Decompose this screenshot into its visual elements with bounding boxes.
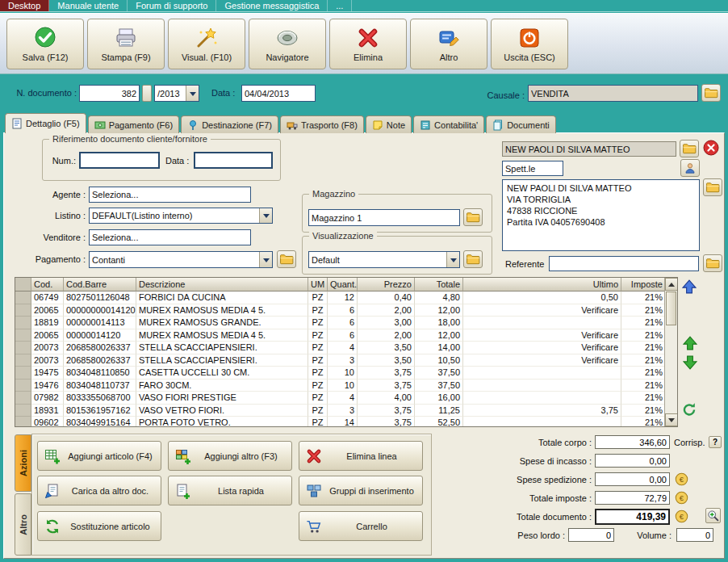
vertical-tab-azioni[interactable]: Azioni — [15, 434, 31, 492]
row-selector[interactable] — [15, 417, 31, 427]
column-header-cod[interactable]: Cod. — [31, 278, 64, 291]
table-row[interactable]: 194768034048110737FARO 30CM.PZ103,7537,5… — [15, 380, 666, 392]
scroll-down-button[interactable] — [665, 413, 678, 426]
referente-input[interactable] — [549, 256, 699, 271]
row-selector[interactable] — [15, 392, 31, 405]
cliente-folder-button[interactable] — [680, 140, 699, 157]
agente-input[interactable] — [89, 187, 251, 203]
referente-folder-button[interactable] — [703, 254, 722, 272]
print-button[interactable]: Stampa (F9) — [87, 19, 165, 69]
peso-lordo-input[interactable] — [568, 528, 614, 542]
add-other-button[interactable]: Aggiungi altro (F3) — [168, 441, 292, 471]
visualizzazione-dropdown[interactable]: Default — [308, 251, 460, 268]
tab-contabilita[interactable]: Contabilita' — [413, 115, 484, 133]
causale-input[interactable] — [528, 85, 698, 102]
currency-icon[interactable]: € — [675, 472, 688, 486]
column-header-quant[interactable]: Quant. — [328, 278, 358, 291]
pagamento-dropdown[interactable]: Contanti — [89, 251, 273, 268]
move-row-down-button[interactable] — [683, 355, 697, 370]
menu-item-manuale-utente[interactable]: Manuale utente — [49, 0, 128, 11]
pagamento-folder-button[interactable] — [277, 250, 296, 268]
menu-item-forum-di-supporto[interactable]: Forum di supporto — [128, 0, 216, 11]
tab-note[interactable]: Note — [366, 115, 412, 133]
table-row[interactable]: 067498027501126048FORBICI DA CUCINAPZ120… — [15, 291, 666, 304]
magazzino-input[interactable] — [308, 209, 460, 226]
move-top-button[interactable] — [682, 279, 697, 294]
row-selector[interactable] — [15, 367, 31, 380]
more-button[interactable]: Altro — [410, 19, 487, 69]
column-header-um[interactable]: UM — [308, 278, 328, 291]
row-selector[interactable] — [15, 354, 31, 367]
table-row[interactable]: 079828033355068700VASO FIORI PRESTIGEPZ4… — [15, 392, 666, 405]
table-row[interactable]: 200732068580026337STELLA SCACCIAPENSIERI… — [15, 342, 666, 354]
currency-icon[interactable]: € — [675, 491, 688, 505]
totale-corpo-input[interactable] — [595, 435, 670, 449]
vertical-tab-altro[interactable]: Altro — [15, 493, 31, 556]
tab-documenti[interactable]: Documenti — [486, 115, 556, 133]
row-selector[interactable] — [15, 329, 31, 342]
save-button[interactable]: Salva (F12) — [6, 19, 84, 69]
table-row[interactable]: 189318015361957162VASO VETRO FIORI.PZ33,… — [15, 405, 666, 417]
listino-dropdown[interactable]: DEFAULT(Listino interno) — [89, 208, 273, 224]
cart-button[interactable]: Carrello — [299, 511, 423, 541]
causale-folder-button[interactable] — [701, 84, 721, 102]
delete-button[interactable]: Elimina — [329, 19, 407, 69]
insert-groups-button[interactable]: Gruppi di inserimento — [299, 476, 423, 505]
rif-num-input[interactable] — [79, 152, 160, 169]
help-button[interactable]: ? — [709, 436, 722, 448]
spese-spedizione-input[interactable] — [595, 472, 670, 486]
visualizzazione-folder-button[interactable] — [463, 250, 483, 268]
cliente-name-input[interactable] — [502, 141, 676, 157]
totale-documento-input[interactable] — [595, 509, 670, 525]
exit-button[interactable]: Uscita (ESC) — [491, 19, 568, 69]
anno-dropdown[interactable]: /2013 — [154, 85, 199, 102]
row-selector[interactable] — [15, 304, 31, 317]
load-from-doc-button[interactable]: Carica da altro doc. — [37, 476, 161, 505]
refresh-button[interactable] — [682, 402, 697, 417]
table-row[interactable]: 2006500000000014120MUREX RAMOSUS MEDIA 4… — [15, 304, 666, 317]
vertical-scrollbar[interactable] — [664, 278, 677, 426]
column-header-totale[interactable]: Totale — [415, 278, 463, 291]
row-selector[interactable] — [15, 317, 31, 329]
volume-input[interactable] — [676, 528, 713, 542]
table-row[interactable]: 200732068580026337STELLA SCACCIAPENSIERI… — [15, 354, 666, 367]
tab-trasporto[interactable]: Trasporto (F8) — [280, 115, 364, 133]
menu-item-desktop[interactable]: Desktop — [0, 0, 49, 11]
contact-person-button[interactable] — [680, 159, 700, 177]
table-row[interactable]: 096028034049915164PORTA FOTO VETRO.PZ143… — [15, 417, 666, 427]
row-selector[interactable] — [15, 342, 31, 354]
tab-pagamento[interactable]: Pagamento (F6) — [88, 115, 179, 133]
column-header-imposte[interactable]: Imposte — [621, 278, 666, 291]
spese-incasso-input[interactable] — [595, 454, 670, 468]
address-folder-button[interactable] — [703, 178, 722, 196]
cliente-clear-button[interactable] — [703, 140, 719, 156]
titolo-input[interactable] — [502, 161, 563, 176]
table-row[interactable]: 18819000000014113MUREX RAMOSUS GRANDE.PZ… — [15, 317, 666, 329]
column-header-prezzo[interactable]: Prezzo — [358, 278, 415, 291]
tab-destinazione[interactable]: Destinazione (F7) — [181, 115, 278, 133]
delete-line-button[interactable]: Elimina linea — [299, 441, 423, 471]
doc-number-browse-button[interactable] — [142, 85, 152, 102]
row-selector[interactable] — [15, 405, 31, 417]
venditore-input[interactable] — [89, 229, 251, 245]
visual-button[interactable]: Visual. (F10) — [168, 19, 245, 69]
move-row-up-button[interactable] — [683, 336, 697, 350]
menu-item-dots[interactable]: ... — [328, 0, 352, 11]
row-selector[interactable] — [15, 291, 31, 304]
zoom-total-button[interactable] — [705, 508, 721, 523]
n-documento-input[interactable] — [79, 85, 140, 102]
quick-list-button[interactable]: Lista rapida — [168, 476, 292, 505]
replace-article-button[interactable]: Sostituzione articolo — [37, 511, 161, 541]
add-article-button[interactable]: Aggiungi articolo (F4) — [37, 441, 161, 471]
navigator-button[interactable]: Navigatore — [249, 19, 326, 69]
row-selector[interactable] — [15, 380, 31, 392]
menu-item-gestione-messaggistica[interactable]: Gestione messaggistica — [216, 0, 328, 11]
scroll-up-button[interactable] — [665, 278, 678, 291]
table-row[interactable]: 2006500000014120MUREX RAMOSUS MEDIA 4 5.… — [15, 329, 666, 342]
scrollbar-thumb[interactable] — [666, 291, 676, 325]
currency-icon[interactable]: € — [675, 510, 688, 523]
tab-dettaglio[interactable]: Dettaglio (F5) — [5, 113, 86, 133]
magazzino-folder-button[interactable] — [463, 208, 483, 226]
column-header-descrizione[interactable]: Descrizione — [136, 278, 308, 291]
cliente-address-box[interactable]: NEW PAOLI DI SILVA MATTEO VIA TORRIGLIA … — [502, 179, 700, 251]
